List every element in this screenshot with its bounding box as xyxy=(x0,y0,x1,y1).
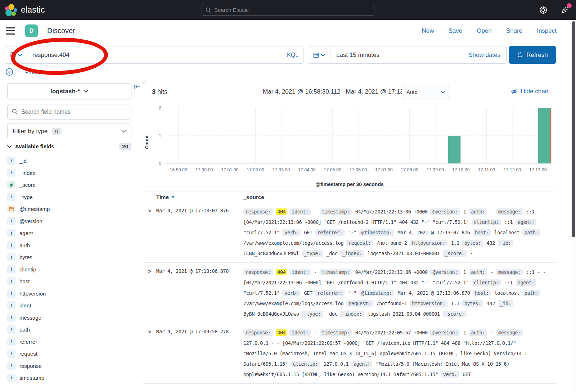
field-search-input[interactable]: Search field names xyxy=(7,104,131,120)
source-field-value: 04/Mar/2021:22:13:06 +0000 xyxy=(355,269,428,275)
help-icon[interactable] xyxy=(539,5,548,15)
histogram-bar[interactable] xyxy=(448,136,461,163)
document-row: >Mar 4, 2021 @ 17:13:07.876response: 404… xyxy=(143,202,556,263)
top-menu-share-button[interactable]: Share xyxy=(506,27,522,35)
interval-select[interactable]: Auto xyxy=(402,85,450,99)
svg-text:0: 0 xyxy=(159,161,161,166)
elastic-logo[interactable]: elastic xyxy=(0,4,45,16)
field-item-message[interactable]: tmessage xyxy=(7,312,137,324)
source-column-header: _source xyxy=(243,194,264,200)
notification-dot xyxy=(567,3,572,8)
refresh-button[interactable]: Refresh xyxy=(509,46,556,64)
source-field-key: clientip: xyxy=(472,219,501,225)
field-item-request[interactable]: trequest xyxy=(7,348,137,360)
source-field-value: /notfound-2 xyxy=(377,240,407,246)
histogram-chart[interactable]: 16:59:0017:00:0017:01:0017:02:0017:03:00… xyxy=(143,103,556,181)
source-field-value: - xyxy=(314,209,317,215)
text-type-icon: t xyxy=(7,301,15,310)
top-menu-inspect-button[interactable]: Inspect xyxy=(537,27,557,35)
source-field-value: 1 xyxy=(463,269,466,275)
filter-by-type-toggle[interactable]: Filter by type 0 xyxy=(7,123,131,139)
show-dates-button[interactable]: Show dates xyxy=(468,51,506,59)
source-field-key: response: xyxy=(243,329,273,336)
available-fields-header[interactable]: Available fields 20 xyxy=(7,143,131,150)
newsfeed-icon[interactable] xyxy=(560,5,570,15)
source-field-key: auth: xyxy=(469,269,487,275)
top-menu-actions: NewSaveOpenShareInspect xyxy=(422,27,557,35)
field-item-id[interactable]: t_id xyxy=(7,155,137,167)
menu-icon[interactable] xyxy=(6,27,15,35)
highlighted-value: 404 xyxy=(276,329,287,336)
available-fields-label: Available fields xyxy=(15,143,54,149)
filter-icon[interactable] xyxy=(5,68,13,76)
field-item-agent[interactable]: tagent xyxy=(7,227,137,239)
chart-x-axis-label: @timestamp per 30 seconds xyxy=(143,181,556,187)
field-item-httpversion[interactable]: thttpversion xyxy=(7,288,137,300)
field-item-score[interactable]: #_score xyxy=(7,179,137,191)
svg-text:Count: Count xyxy=(144,135,149,149)
field-item-clientip[interactable]: tclientip xyxy=(7,263,137,276)
expand-row-icon[interactable]: > xyxy=(143,267,156,319)
global-search-input[interactable]: Search Elastic xyxy=(202,4,374,16)
text-type-icon: t xyxy=(7,289,15,298)
time-range-value[interactable]: Last 15 minutes xyxy=(330,51,468,59)
field-item-host[interactable]: thost xyxy=(7,275,137,288)
field-item-timestamp[interactable]: ttimestamp xyxy=(7,372,137,384)
chevron-down-icon xyxy=(121,130,126,133)
search-icon xyxy=(12,109,18,115)
field-name: _score xyxy=(19,182,36,188)
collapse-sidebar-icon[interactable] xyxy=(134,84,140,91)
index-pattern-select[interactable]: logstash-* xyxy=(7,83,131,99)
histogram-bar[interactable] xyxy=(538,108,550,163)
text-type-icon: t xyxy=(7,277,15,285)
svg-text:17:10:00: 17:10:00 xyxy=(452,167,470,172)
field-item-auth[interactable]: tauth xyxy=(7,239,137,252)
time-column-header[interactable]: Time xyxy=(156,194,243,200)
source-field-value: Mar 4, 2021 @ 17:13:07.876 xyxy=(397,230,470,235)
field-item-type[interactable]: t_type xyxy=(7,191,137,203)
query-input[interactable] xyxy=(27,51,282,59)
field-name: clientip xyxy=(19,266,36,272)
field-name: agent xyxy=(19,230,33,236)
field-name: path xyxy=(19,326,30,333)
field-item-path[interactable]: tpath xyxy=(7,324,137,336)
source-field-key: agent: xyxy=(351,361,372,367)
field-item-index[interactable]: t_index xyxy=(7,167,137,179)
field-item-timestamp[interactable]: @timestamp xyxy=(7,203,137,215)
expand-row-icon[interactable]: > xyxy=(143,328,156,380)
source-field-key: @timestamp: xyxy=(359,229,394,236)
field-item-response[interactable]: tresponse xyxy=(7,360,137,372)
field-item-bytes[interactable]: tbytes xyxy=(7,251,137,263)
field-item-referrer[interactable]: treferrer xyxy=(7,336,137,348)
top-menu-new-button[interactable]: New xyxy=(422,27,434,35)
source-field-value: "-" xyxy=(348,230,356,235)
scrollbar-thumb[interactable] xyxy=(572,21,575,237)
source-field-key: bytes: xyxy=(462,240,483,246)
text-type-icon: t xyxy=(7,350,15,358)
field-name: request xyxy=(19,351,37,357)
source-field-value: - xyxy=(491,209,494,215)
top-menu-save-button[interactable]: Save xyxy=(448,27,462,35)
saved-query-menu-button[interactable] xyxy=(5,46,27,63)
field-item-ident[interactable]: tident xyxy=(7,299,137,312)
text-type-icon: t xyxy=(7,241,15,249)
query-bar: KQL xyxy=(5,46,303,64)
source-field-key: agent: xyxy=(516,219,536,225)
hide-chart-button[interactable]: Hide chart xyxy=(511,88,549,95)
quick-select-time-button[interactable] xyxy=(308,46,330,63)
top-bar: elastic Search Elastic xyxy=(0,0,576,20)
query-language-button[interactable]: KQL xyxy=(282,52,303,58)
hide-chart-label: Hide chart xyxy=(521,88,549,95)
source-field-value: GET xyxy=(304,290,312,296)
expand-row-icon[interactable]: > xyxy=(143,207,156,259)
source-field-value: 1.1 xyxy=(451,301,459,306)
source-field-key: timestamp: xyxy=(320,269,352,275)
source-field-key: auth: xyxy=(469,329,487,336)
source-field-key: agent: xyxy=(516,279,536,286)
add-filter-button[interactable]: + Add filter xyxy=(25,69,51,75)
page-title: Discover xyxy=(47,27,75,35)
source-field-value: 127.0.0.1 xyxy=(324,361,349,367)
top-menu-open-button[interactable]: Open xyxy=(477,27,492,35)
field-item-version[interactable]: t@version xyxy=(7,215,137,227)
text-type-icon: t xyxy=(7,374,15,382)
